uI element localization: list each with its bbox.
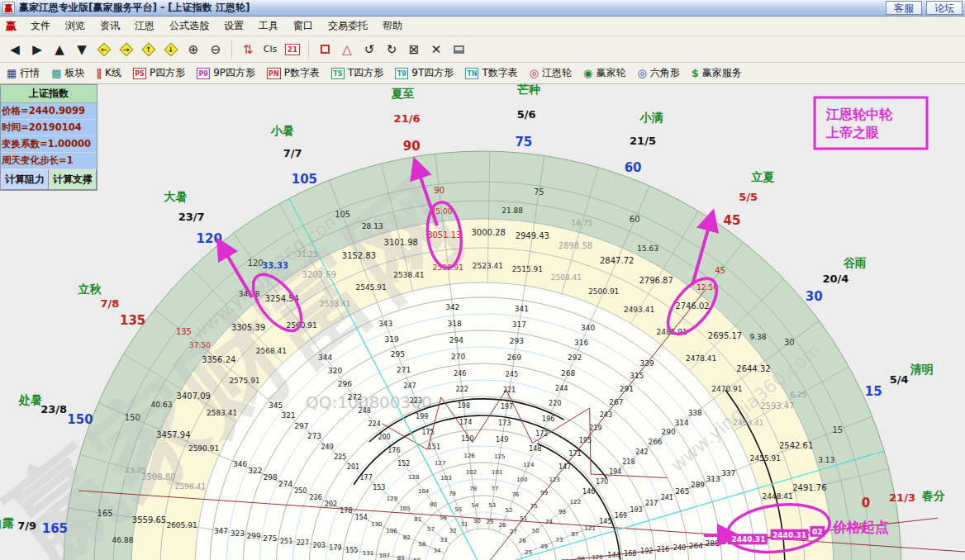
wheel-label: 125 [494, 453, 505, 460]
gann-tool-赢家服务[interactable]: $赢家服务 [692, 66, 742, 80]
forum-button[interactable]: 论坛 [926, 1, 963, 15]
date-label: 20/4 [823, 273, 849, 285]
down-arrow-icon[interactable]: ▼ [72, 40, 92, 59]
wheel-label: 106 [386, 528, 397, 534]
wheel-label: 9.38 [750, 333, 767, 341]
wheel-label: 2898.58 [559, 241, 592, 250]
wheel-label: 97 [571, 531, 578, 538]
wheel-label: 31.25 [297, 250, 318, 259]
square-tool-icon[interactable] [315, 40, 335, 59]
degree-label: 75 [515, 135, 532, 149]
panel-row-0: 价格=2440.9099 [1, 103, 97, 120]
gann-tool-江恩轮[interactable]: ◎江恩轮 [530, 66, 572, 80]
menu-item-7[interactable]: 窗口 [286, 17, 321, 34]
gann-tool-T数字表[interactable]: TNT数字表 [465, 66, 518, 80]
wheel-label: 3152.83 [342, 251, 376, 260]
wheel-label: 345 [269, 401, 283, 410]
wheel-label: 194 [609, 468, 621, 476]
gann-tool-9P四方形[interactable]: P99P四方形 [197, 66, 255, 80]
wheel-label: 2695.17 [708, 331, 742, 340]
wheel-label: 2575.91 [229, 377, 259, 385]
diamond-left-icon[interactable]: ← [94, 40, 114, 59]
wheel-label: 342 [445, 303, 459, 311]
diamond-right-icon[interactable]: → [116, 40, 136, 59]
diamond-up-icon[interactable]: ↑ [139, 40, 159, 59]
wheel-label: 105 [399, 505, 410, 512]
wheel-label: 53 [488, 502, 496, 509]
gann-tool-板块[interactable]: ▩板块 [51, 66, 84, 80]
customer-service-button[interactable]: 客服 [886, 1, 922, 15]
wheel-label: 322 [248, 467, 262, 475]
gann-tool-9T四方形[interactable]: T99T四方形 [395, 66, 454, 80]
wheel-label: 82 [403, 534, 411, 541]
solar-term-label: 立夏 [750, 170, 774, 183]
menu-item-8[interactable]: 交易委托 [321, 17, 375, 34]
wheel-label: 317 [512, 320, 526, 329]
triangle-tool-icon[interactable]: △ [337, 40, 357, 59]
gann-tool-六角形[interactable]: ◎六角形 [637, 66, 679, 80]
wheel-label: 99 [540, 490, 548, 496]
gann-tool-行情[interactable]: ▦行情 [7, 66, 40, 80]
wheel-label: 216 [657, 546, 669, 553]
wheel-label: 150 [125, 413, 140, 422]
menu-item-2[interactable]: 资讯 [93, 17, 127, 34]
gann-tool-K线[interactable]: ∥K线 [97, 66, 121, 80]
cls-button[interactable]: Cls [260, 40, 280, 59]
wheel-label: 243 [600, 411, 612, 419]
menu-item-3[interactable]: 江恩 [127, 17, 162, 34]
menu-item-1[interactable]: 浏览 [58, 17, 93, 34]
wheel-label: 2478.41 [686, 354, 716, 363]
menu-item-5[interactable]: 设置 [216, 17, 251, 34]
zoom-out-icon[interactable]: ⊖ [206, 40, 226, 59]
zoom-in-icon[interactable]: ⊕ [183, 40, 203, 59]
calc-support-button[interactable]: 计算支撑 [49, 169, 97, 190]
wheel-label: 31 [461, 521, 468, 528]
rotate-cw-icon[interactable]: ↻ [382, 40, 402, 59]
wheel-label: 269 [507, 354, 521, 362]
wheel-label: 293 [510, 337, 524, 345]
shrink-icon[interactable]: ✕ [426, 40, 446, 59]
wheel-label: 240 [673, 544, 686, 552]
wheel-label: 195 [579, 437, 592, 444]
diamond-down-icon[interactable]: ↓ [161, 40, 181, 59]
wheel-label: 3.13 [818, 456, 834, 464]
calendar-icon[interactable]: 21 [283, 40, 302, 59]
wheel-label: 3051.13 [427, 230, 461, 240]
wheel-label: 318 [447, 320, 461, 328]
六角形-icon: ◎ [637, 68, 646, 79]
wheel-label: 343 [378, 320, 392, 328]
menu-item-6[interactable]: 工具 [251, 17, 286, 34]
screen-icon[interactable] [449, 40, 468, 59]
wheel-label: 2440.31 [772, 531, 806, 539]
solar-term-label: 谷雨 [843, 256, 867, 269]
gann-tool-P数字表[interactable]: PNP数字表 [267, 66, 320, 80]
rotate-ccw-icon[interactable]: ↺ [359, 40, 379, 59]
menu-item-4[interactable]: 公式选股 [162, 17, 216, 34]
wheel-label: 265 [675, 487, 689, 496]
solar-term-label: 芒种 [517, 84, 540, 96]
gann-wheel-canvas[interactable]: 赢家财富网www.yingjia360.comwww.yingjia360.co… [0, 84, 965, 560]
wheel-label: 178 [340, 507, 352, 515]
back-arrow-icon[interactable]: ◀ [5, 40, 25, 59]
wheel-label: 291 [620, 385, 634, 393]
panel-row-1: 时间=20190104 [1, 120, 97, 136]
forward-arrow-icon[interactable]: ▶ [27, 40, 47, 59]
fit-icon[interactable]: ⊠ [404, 40, 424, 59]
wheel-label: 40.63 [151, 401, 173, 409]
wheel-label: 225 [334, 453, 346, 461]
scale-icon[interactable]: ⇅ [238, 40, 258, 59]
menu-item-9[interactable]: 帮助 [375, 17, 410, 34]
wheel-label: 267 [609, 398, 623, 406]
wheel-label: 上帝之眼 [825, 125, 879, 140]
wheel-label: 223 [410, 397, 422, 405]
up-arrow-icon[interactable]: ▲ [50, 40, 69, 59]
gann-tool-赢家轮[interactable]: ◉赢家轮 [583, 66, 625, 80]
degree-label: 0 [862, 496, 870, 510]
gann-tool-P四方形[interactable]: PSP四方形 [133, 66, 185, 80]
gann-tool-T四方形[interactable]: TST四方形 [331, 66, 383, 80]
menu-item-0[interactable]: 文件 [23, 17, 58, 34]
date-label: 7/8 [101, 297, 120, 310]
wheel-label: 15.63 [637, 244, 658, 253]
calc-resistance-button[interactable]: 计算阻力 [1, 169, 49, 190]
wheel-label: 193 [630, 506, 642, 514]
